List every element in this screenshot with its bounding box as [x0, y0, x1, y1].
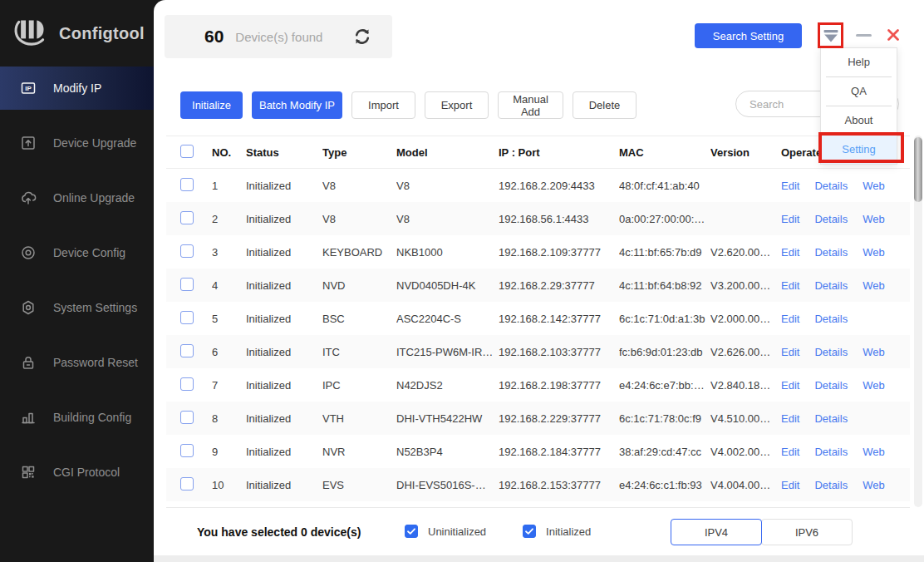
export-button[interactable]: Export — [425, 91, 489, 119]
col-no: NO. — [212, 146, 246, 159]
sidebar-item-password-reset[interactable]: Password Reset — [0, 341, 154, 384]
sidebar-item-online-upgrade[interactable]: Online Upgrade — [0, 176, 154, 219]
menu-item-setting[interactable]: Setting — [821, 136, 897, 164]
details-link[interactable]: Details — [814, 180, 848, 192]
edit-link[interactable]: Edit — [781, 446, 799, 458]
refresh-icon — [352, 27, 372, 47]
row-checkbox[interactable] — [180, 211, 194, 224]
details-link[interactable]: Details — [814, 379, 848, 392]
cell-operate: EditDetails — [781, 313, 910, 325]
row-checkbox[interactable] — [180, 477, 194, 491]
uninitialized-checkbox[interactable] — [405, 525, 418, 538]
ipv4-button[interactable]: IPV4 — [671, 519, 762, 545]
initialize-button[interactable]: Initialize — [180, 91, 243, 119]
web-link[interactable]: Web — [863, 279, 885, 292]
web-link[interactable]: Web — [863, 213, 885, 225]
sidebar-item-system-settings[interactable]: System Settings — [0, 286, 154, 329]
edit-link[interactable]: Edit — [781, 412, 799, 425]
details-link[interactable]: Details — [814, 479, 848, 491]
edit-link[interactable]: Edit — [781, 213, 799, 225]
cell-status: Initialized — [246, 246, 322, 259]
sidebar-item-building-config[interactable]: Building Config — [0, 396, 154, 439]
row-checkbox-cell — [166, 211, 212, 227]
cell-version: V4.510.0000... — [710, 412, 781, 425]
table-row: 1InitializedV8V8192.168.2.209:443348:0f:… — [166, 169, 910, 202]
close-icon — [885, 27, 902, 43]
details-link[interactable]: Details — [814, 279, 848, 292]
filter-uninitialized: Uninitialized — [405, 525, 486, 538]
batch-modify-ip-button[interactable]: Batch Modify IP — [252, 91, 342, 119]
search-setting-button[interactable]: Search Setting — [695, 23, 802, 48]
details-link[interactable]: Details — [814, 213, 848, 225]
web-link[interactable]: Web — [863, 246, 885, 259]
manual-add-button[interactable]: Manual Add — [498, 91, 563, 119]
details-link[interactable]: Details — [814, 412, 848, 425]
row-checkbox[interactable] — [180, 311, 194, 324]
web-link[interactable]: Web — [863, 379, 885, 392]
vertical-scrollbar[interactable] — [914, 136, 922, 507]
cell-mac: 6c:1c:71:0d:a1:3b — [619, 313, 710, 325]
sidebar-item-device-upgrade[interactable]: Device Upgrade — [0, 121, 154, 165]
cell-version: V2.840.18LK... — [710, 379, 781, 392]
sidebar-item-device-config[interactable]: Device Config — [0, 231, 154, 274]
cell-operate: EditDetailsWeb — [781, 213, 910, 225]
web-link[interactable]: Web — [863, 346, 885, 358]
minimize-button[interactable] — [856, 34, 872, 37]
ipv6-button[interactable]: IPV6 — [761, 519, 853, 545]
menu-item-about[interactable]: About — [821, 106, 897, 135]
cell-type: EVS — [322, 479, 396, 491]
web-link[interactable]: Web — [863, 180, 885, 192]
details-link[interactable]: Details — [814, 246, 848, 259]
svg-text:IP: IP — [25, 85, 32, 92]
close-button[interactable] — [885, 27, 902, 43]
row-checkbox[interactable] — [180, 411, 194, 424]
edit-link[interactable]: Edit — [781, 313, 799, 325]
menu-item-help[interactable]: Help — [821, 48, 897, 76]
cell-mac: e4:24:6c:c1:fb:93 — [619, 479, 710, 491]
scrollbar-thumb[interactable] — [914, 137, 922, 202]
web-link[interactable]: Web — [863, 446, 885, 458]
sidebar-item-label: Device Config — [53, 246, 125, 259]
edit-link[interactable]: Edit — [781, 346, 799, 358]
edit-link[interactable]: Edit — [781, 246, 799, 259]
cell-version: V3.200.0002.1 — [710, 279, 781, 292]
cell-ip-port: 192.168.2.198:37777 — [499, 379, 619, 392]
row-checkbox[interactable] — [180, 444, 194, 457]
edit-link[interactable]: Edit — [781, 379, 799, 392]
row-checkbox[interactable] — [180, 344, 194, 357]
sidebar-item-modify-ip[interactable]: IPModify IP — [0, 67, 154, 110]
cell-no: 10 — [212, 479, 246, 491]
row-checkbox[interactable] — [180, 244, 194, 258]
menu-trigger-button[interactable] — [821, 26, 841, 46]
web-link[interactable]: Web — [863, 479, 885, 491]
cell-mac: 4c:11:bf:64:b8:92 — [619, 279, 710, 292]
initialized-checkbox[interactable] — [523, 525, 536, 538]
row-checkbox[interactable] — [180, 377, 194, 391]
import-button[interactable]: Import — [351, 91, 415, 119]
row-checkbox[interactable] — [180, 278, 194, 291]
cell-ip-port: 192.168.2.153:37777 — [499, 479, 619, 491]
row-checkbox[interactable] — [180, 178, 194, 191]
details-link[interactable]: Details — [814, 446, 848, 458]
cell-status: Initialized — [246, 213, 322, 225]
edit-link[interactable]: Edit — [781, 180, 799, 192]
cell-model: DHI-EVS5016S-R-V2 — [396, 479, 499, 491]
details-link[interactable]: Details — [814, 346, 848, 358]
cell-type: NVD — [322, 279, 396, 292]
edit-link[interactable]: Edit — [781, 479, 799, 491]
menu-item-qa[interactable]: QA — [821, 77, 897, 106]
cell-type: ITC — [322, 346, 396, 358]
edit-link[interactable]: Edit — [781, 279, 799, 292]
sidebar-item-cgi-protocol[interactable]: CGI Protocol — [0, 451, 154, 494]
cell-status: Initialized — [246, 180, 322, 192]
cell-no: 6 — [212, 346, 246, 358]
refresh-button[interactable] — [352, 27, 372, 47]
device-count: 60 — [204, 27, 224, 47]
modify-ip-icon: IP — [20, 80, 37, 96]
row-checkbox-cell — [166, 311, 212, 327]
delete-button[interactable]: Delete — [573, 91, 636, 119]
cell-operate: EditDetailsWeb — [781, 279, 910, 292]
select-all-checkbox[interactable] — [180, 145, 194, 158]
details-link[interactable]: Details — [814, 313, 848, 325]
cell-version: V4.004.0000... — [710, 479, 781, 491]
